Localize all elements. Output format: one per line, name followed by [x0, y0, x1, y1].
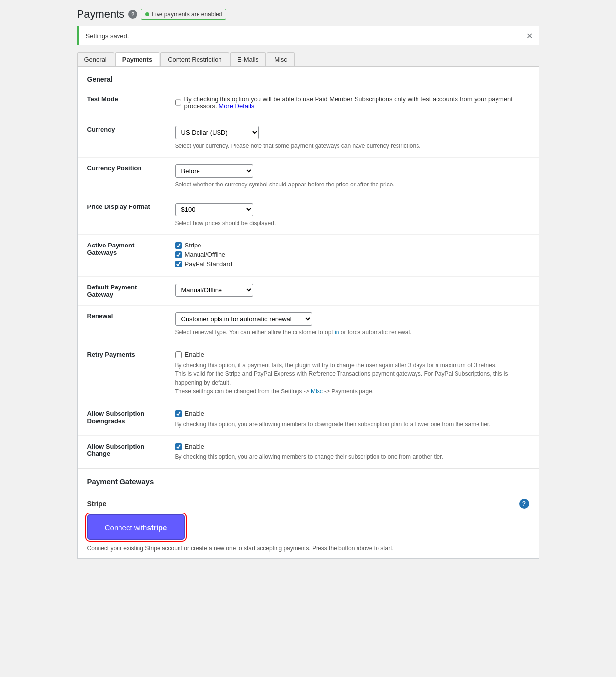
price-format-description: Select how prices should be displayed. — [175, 219, 529, 227]
retry-payments-checkbox[interactable] — [175, 351, 182, 358]
retry-misc-link[interactable]: Misc — [311, 388, 323, 395]
default-gateway-label: Default Payment Gateway — [78, 277, 165, 306]
subscription-downgrades-description: By checking this option, you are allowin… — [175, 420, 529, 429]
live-dot-icon — [145, 12, 149, 16]
test-mode-checkbox[interactable] — [175, 99, 181, 106]
stripe-title: Stripe — [87, 500, 107, 508]
currency-position-row: Currency Position Before After Select wh… — [78, 158, 539, 196]
test-mode-row: Test Mode By checking this option you wi… — [78, 88, 539, 119]
test-mode-checkbox-label[interactable]: By checking this option you will be able… — [175, 95, 529, 110]
default-gateway-select[interactable]: Manual/Offline Stripe PayPal Standard — [175, 284, 253, 297]
currency-control: US Dollar (USD) Euro (EUR) British Pound… — [165, 119, 539, 158]
retry-payments-checkbox-label[interactable]: Enable — [175, 351, 529, 358]
notice-close-icon[interactable]: ✕ — [526, 31, 533, 41]
stripe-help-icon[interactable]: ? — [519, 499, 529, 509]
active-gateways-label: Active Payment Gateways — [78, 235, 165, 277]
retry-payments-enable-text: Enable — [185, 351, 204, 358]
currency-row: Currency US Dollar (USD) Euro (EUR) Brit… — [78, 119, 539, 158]
renewal-row: Renewal Customer opts in for automatic r… — [78, 306, 539, 344]
settings-table: Test Mode By checking this option you wi… — [78, 88, 539, 468]
default-gateway-row: Default Payment Gateway Manual/Offline S… — [78, 277, 539, 306]
tab-content-restriction[interactable]: Content Restriction — [160, 52, 229, 66]
tab-general[interactable]: General — [77, 52, 114, 66]
subscription-change-checkbox-label[interactable]: Enable — [175, 443, 529, 450]
gateway-paypal-checkbox[interactable] — [175, 261, 182, 267]
retry-payments-label: Retry Payments — [78, 344, 165, 403]
live-badge: Live payments are enabled — [141, 9, 226, 20]
notice-text: Settings saved. — [86, 32, 129, 40]
stripe-header: Stripe ? — [87, 499, 529, 509]
subscription-change-enable-text: Enable — [185, 443, 204, 450]
test-mode-control: By checking this option you will be able… — [165, 88, 539, 119]
currency-label: Currency — [78, 119, 165, 158]
stripe-section: Stripe ? Connect with stripe Connect you… — [78, 492, 539, 558]
renewal-opt-in-link[interactable]: in — [335, 329, 339, 336]
general-section-title: General — [78, 67, 539, 88]
currency-position-description: Select whether the currency symbol shoul… — [175, 180, 529, 189]
renewal-label: Renewal — [78, 306, 165, 344]
test-mode-text: By checking this option you will be able… — [184, 95, 529, 110]
live-badge-label: Live payments are enabled — [152, 11, 222, 18]
page-help-icon[interactable]: ? — [128, 10, 137, 19]
subscription-downgrades-row: Allow Subscription Downgrades Enable By … — [78, 403, 539, 436]
gateway-manual-text: Manual/Offline — [185, 251, 226, 258]
subscription-change-row: Allow Subscription Change Enable By chec… — [78, 436, 539, 469]
gateway-stripe-checkbox[interactable] — [175, 242, 182, 249]
test-mode-label: Test Mode — [78, 88, 165, 119]
price-format-label: Price Display Format — [78, 196, 165, 235]
tab-bar: General Payments Content Restriction E-M… — [77, 52, 539, 67]
page-header: Payments ? Live payments are enabled — [77, 8, 539, 21]
subscription-downgrades-checkbox[interactable] — [175, 410, 182, 417]
currency-select[interactable]: US Dollar (USD) Euro (EUR) British Pound… — [175, 126, 259, 139]
retry-payments-row: Retry Payments Enable By checking this o… — [78, 344, 539, 403]
subscription-downgrades-label: Allow Subscription Downgrades — [78, 403, 165, 436]
tab-payments[interactable]: Payments — [115, 52, 159, 66]
subscription-change-label: Allow Subscription Change — [78, 436, 165, 469]
price-format-control: $100 100$ Select how prices should be di… — [165, 196, 539, 235]
subscription-change-checkbox[interactable] — [175, 443, 182, 450]
gateway-paypal-label[interactable]: PayPal Standard — [175, 260, 529, 267]
gateway-manual-label[interactable]: Manual/Offline — [175, 251, 529, 258]
subscription-downgrades-control: Enable By checking this option, you are … — [165, 403, 539, 436]
renewal-description: Select renewal type. You can either allo… — [175, 328, 529, 337]
currency-position-label: Currency Position — [78, 158, 165, 196]
default-gateway-control: Manual/Offline Stripe PayPal Standard — [165, 277, 539, 306]
subscription-change-description: By checking this option, you are allowin… — [175, 452, 529, 461]
gateway-manual-checkbox[interactable] — [175, 251, 182, 258]
currency-position-control: Before After Select whether the currency… — [165, 158, 539, 196]
renewal-select[interactable]: Customer opts in for automatic renewal F… — [175, 312, 312, 326]
currency-position-select[interactable]: Before After — [175, 164, 253, 178]
gateway-stripe-text: Stripe — [185, 242, 201, 249]
price-format-select[interactable]: $100 100$ — [175, 203, 253, 216]
tab-misc[interactable]: Misc — [267, 52, 295, 66]
currency-description: Select your currency. Please note that s… — [175, 142, 529, 150]
subscription-change-control: Enable By checking this option, you are … — [165, 436, 539, 469]
notice-bar: Settings saved. ✕ — [77, 26, 539, 45]
connect-stripe-button[interactable]: Connect with stripe — [87, 514, 185, 540]
subscription-downgrades-enable-text: Enable — [185, 410, 204, 417]
test-mode-more-details-link[interactable]: More Details — [219, 103, 254, 110]
active-gateways-row: Active Payment Gateways Stripe Manual/Of… — [78, 235, 539, 277]
settings-card: General Test Mode By checking this optio… — [77, 67, 539, 559]
active-gateways-control: Stripe Manual/Offline PayPal Standard — [165, 235, 539, 277]
stripe-description: Connect your existing Stripe account or … — [87, 545, 529, 552]
gateway-paypal-text: PayPal Standard — [185, 260, 233, 267]
subscription-downgrades-checkbox-label[interactable]: Enable — [175, 410, 529, 417]
renewal-control: Customer opts in for automatic renewal F… — [165, 306, 539, 344]
tab-emails[interactable]: E-Mails — [230, 52, 266, 66]
gateway-stripe-label[interactable]: Stripe — [175, 242, 529, 249]
retry-payments-description: By checking this option, if a payment fa… — [175, 361, 529, 396]
page-title: Payments — [77, 8, 125, 21]
price-format-row: Price Display Format $100 100$ Select ho… — [78, 196, 539, 235]
retry-payments-control: Enable By checking this option, if a pay… — [165, 344, 539, 403]
payment-gateways-section-title: Payment Gateways — [78, 468, 539, 492]
